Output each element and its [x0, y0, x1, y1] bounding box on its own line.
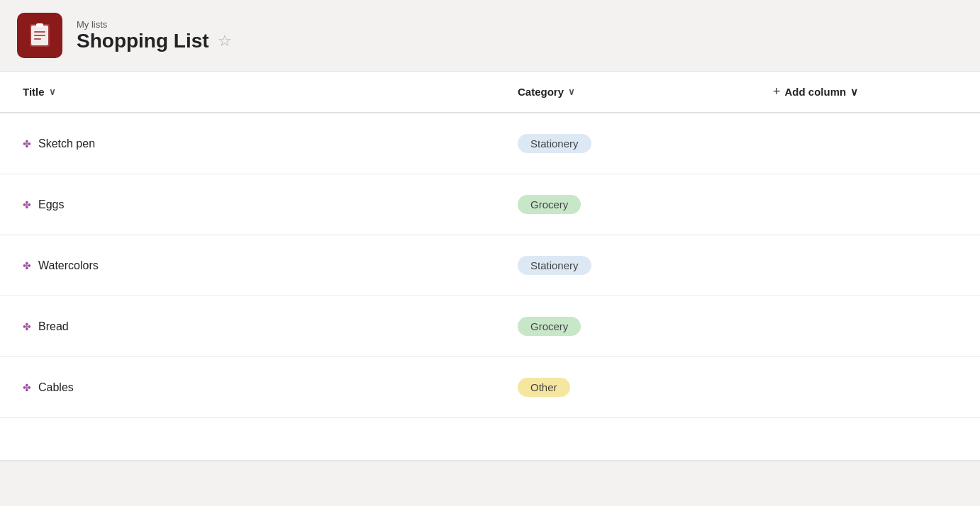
table-row[interactable]: ✤ Cables Other: [0, 357, 980, 418]
header-text: My lists Shopping List ☆: [77, 19, 232, 52]
title-column-header[interactable]: Title ∨: [23, 72, 518, 112]
table-row[interactable]: ✤ Eggs Grocery: [0, 174, 980, 235]
category-col-label: Category: [518, 86, 564, 98]
row-category-cell: Stationery: [518, 256, 773, 275]
svg-rect-2: [36, 23, 43, 27]
row-category-cell: Stationery: [518, 134, 773, 153]
row-title-cell: ✤ Eggs: [23, 198, 518, 211]
row-category-cell: Other: [518, 378, 773, 397]
category-badge: Stationery: [518, 134, 591, 153]
svg-rect-3: [34, 31, 45, 33]
table-header: Title ∨ Category ∨ + Add column ∨: [0, 72, 980, 113]
row-category-cell: Grocery: [518, 317, 773, 336]
page-header: My lists Shopping List ☆: [0, 0, 980, 71]
favorite-star-icon[interactable]: ☆: [218, 32, 232, 50]
table-row-empty[interactable]: [0, 418, 980, 461]
svg-rect-5: [34, 38, 41, 40]
app-icon: [17, 13, 62, 58]
row-title-cell: ✤ Cables: [23, 381, 518, 394]
item-title: Watercolors: [38, 259, 99, 272]
drag-handle-icon: ✤: [23, 138, 31, 150]
table-row[interactable]: ✤ Bread Grocery: [0, 296, 980, 357]
plus-icon: +: [773, 84, 781, 99]
list-table: Title ∨ Category ∨ + Add column ∨ ✤ Sket…: [0, 71, 980, 461]
add-col-chevron: ∨: [850, 86, 858, 99]
row-title-cell: ✤ Bread: [23, 320, 518, 333]
category-badge: Grocery: [518, 195, 581, 214]
category-badge: Other: [518, 378, 570, 397]
title-col-label: Title: [23, 86, 45, 98]
drag-handle-icon: ✤: [23, 321, 31, 332]
drag-handle-icon: ✤: [23, 260, 31, 271]
category-badge: Grocery: [518, 317, 581, 336]
table-row[interactable]: ✤ Watercolors Stationery: [0, 235, 980, 296]
title-row: Shopping List ☆: [77, 30, 232, 52]
category-col-chevron: ∨: [568, 86, 575, 97]
drag-handle-icon: ✤: [23, 382, 31, 393]
item-title: Eggs: [38, 198, 64, 211]
add-col-label: Add column: [785, 86, 847, 98]
item-title: Sketch pen: [38, 137, 95, 150]
drag-handle-icon: ✤: [23, 199, 31, 210]
svg-rect-4: [34, 35, 45, 36]
category-column-header[interactable]: Category ∨: [518, 72, 773, 112]
row-title-cell: ✤ Sketch pen: [23, 137, 518, 150]
item-title: Bread: [38, 320, 69, 333]
row-title-cell: ✤ Watercolors: [23, 259, 518, 272]
breadcrumb: My lists: [77, 19, 232, 30]
page-title: Shopping List: [77, 30, 209, 52]
title-col-chevron: ∨: [49, 86, 56, 97]
item-title: Cables: [38, 381, 74, 394]
table-row[interactable]: ✤ Sketch pen Stationery: [0, 113, 980, 174]
row-category-cell: Grocery: [518, 195, 773, 214]
add-column-header[interactable]: + Add column ∨: [773, 72, 957, 112]
category-badge: Stationery: [518, 256, 591, 275]
